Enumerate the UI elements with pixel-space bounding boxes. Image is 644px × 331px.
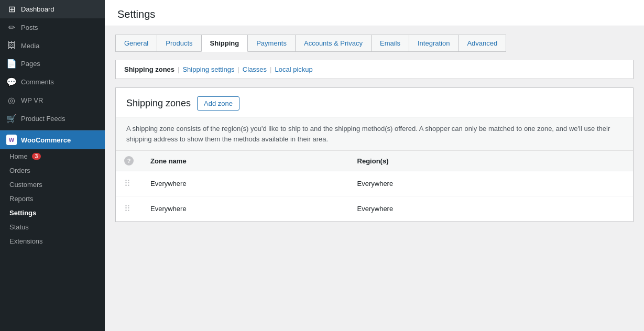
woocommerce-menu-header[interactable]: W WooCommerce [0,130,105,149]
settings-label: Settings [9,209,36,217]
woocommerce-section: W WooCommerce Home 3 Orders Customers Re… [0,130,105,248]
sidebar-item-media[interactable]: 🖼 Media [0,37,105,54]
sidebar-item-extensions[interactable]: Extensions [0,234,105,248]
shipping-zones-description: A shipping zone consists of the region(s… [116,117,633,151]
section-title: Shipping zones [126,98,191,109]
sidebar-item-label: Posts [21,24,99,31]
tab-integration[interactable]: Integration [409,35,459,52]
customers-label: Customers [9,181,42,189]
drag-handle-icon[interactable]: ⠿ [124,179,130,188]
sidebar-item-pages[interactable]: 📄 Pages [0,54,105,73]
dashboard-icon: ⊞ [6,4,17,14]
content-area: General Products Shipping Payments Accou… [105,26,644,331]
subnav-classes[interactable]: Classes [243,65,267,73]
posts-icon: ✏ [6,23,17,32]
tab-accounts-privacy[interactable]: Accounts & Privacy [295,35,372,52]
woocommerce-label: WooCommerce [21,136,71,144]
subnav-shipping-zones[interactable]: Shipping zones [124,65,174,73]
drag-handle-cell: ⠿ [116,196,142,222]
sidebar-item-settings[interactable]: Settings [0,206,105,220]
sidebar: ⊞ Dashboard ✏ Posts 🖼 Media 📄 Pages 💬 Co… [0,0,105,331]
comments-icon: 💬 [6,77,17,87]
add-zone-button[interactable]: Add zone [197,96,239,111]
help-icon[interactable]: ? [124,156,134,166]
shipping-sub-nav: Shipping zones | Shipping settings | Cla… [115,60,634,79]
pages-icon: 📄 [6,59,17,69]
sidebar-item-label: Media [21,42,99,50]
sidebar-item-status[interactable]: Status [0,220,105,234]
shipping-zones-box: Shipping zones Add zone A shipping zone … [115,87,634,222]
sidebar-item-wpvr[interactable]: ◎ WP VR [0,91,105,109]
sidebar-nav: ⊞ Dashboard ✏ Posts 🖼 Media 📄 Pages 💬 Co… [0,0,105,128]
tab-shipping[interactable]: Shipping [201,35,248,52]
sidebar-item-dashboard[interactable]: ⊞ Dashboard [0,0,105,18]
col-zone-name-header: Zone name [142,151,349,171]
orders-label: Orders [9,167,30,174]
home-badge: 3 [32,153,41,160]
tab-products[interactable]: Products [157,35,201,52]
sidebar-item-home[interactable]: Home 3 [0,149,105,163]
woocommerce-icon: W [6,135,17,145]
sidebar-item-label: Product Feeds [21,115,99,123]
extensions-label: Extensions [9,237,43,245]
reports-label: Reports [9,195,34,203]
regions-cell: Everywhere [349,196,633,222]
sidebar-item-label: WP VR [21,96,99,104]
settings-tabs: General Products Shipping Payments Accou… [115,35,634,52]
zones-table: ? Zone name Region(s) ⠿ Everywhere Every… [116,151,633,222]
sidebar-item-orders[interactable]: Orders [0,163,105,178]
main-content: Settings General Products Shipping Payme… [105,0,644,331]
table-header-row: ? Zone name Region(s) [116,151,633,171]
sidebar-item-customers[interactable]: Customers [0,178,105,192]
tab-advanced[interactable]: Advanced [458,35,506,52]
wpvr-icon: ◎ [6,95,17,105]
sidebar-item-label: Pages [21,60,99,68]
sidebar-item-product-feeds[interactable]: 🛒 Product Feeds [0,109,105,128]
product-feeds-icon: 🛒 [6,114,17,124]
sidebar-item-comments[interactable]: 💬 Comments [0,73,105,91]
tab-general[interactable]: General [115,35,157,52]
drag-handle-icon[interactable]: ⠿ [124,204,130,213]
status-label: Status [9,223,29,231]
col-regions-header: Region(s) [349,151,633,171]
col-drag-header: ? [116,151,142,171]
tab-emails[interactable]: Emails [371,35,409,52]
sidebar-item-posts[interactable]: ✏ Posts [0,18,105,37]
table-row[interactable]: ⠿ Everywhere Everywhere [116,196,633,222]
sidebar-item-reports[interactable]: Reports [0,192,105,206]
regions-cell: Everywhere [349,171,633,196]
sidebar-item-label: Comments [21,78,99,86]
sidebar-item-label: Dashboard [21,5,99,13]
drag-handle-cell: ⠿ [116,171,142,196]
home-label: Home [9,152,28,160]
subnav-local-pickup[interactable]: Local pickup [275,65,313,73]
media-icon: 🖼 [6,41,17,50]
subnav-shipping-settings[interactable]: Shipping settings [182,65,234,73]
tab-payments[interactable]: Payments [247,35,296,52]
zone-name-cell: Everywhere [142,171,349,196]
page-title: Settings [105,0,644,26]
section-header: Shipping zones Add zone [116,88,633,117]
table-row[interactable]: ⠿ Everywhere Everywhere [116,171,633,196]
zone-name-cell: Everywhere [142,196,349,222]
